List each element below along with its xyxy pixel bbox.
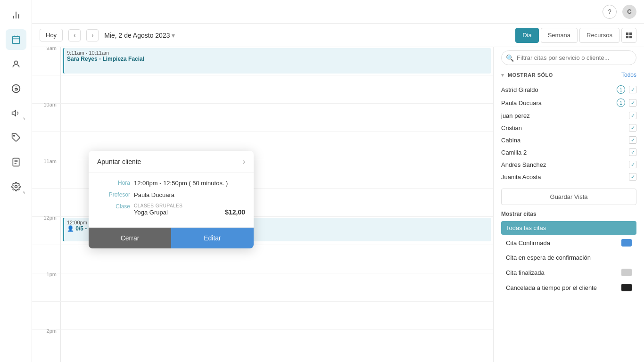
resource-checkbox[interactable]: ✓ xyxy=(629,124,636,132)
sidebar-item-calendar[interactable] xyxy=(6,29,26,50)
sidebar-item-tags[interactable] xyxy=(6,127,26,148)
sidebar-item-marketing[interactable]: › xyxy=(6,103,26,123)
resource-checkbox[interactable]: ✓ xyxy=(629,99,636,107)
resource-checkbox[interactable]: ✓ xyxy=(629,173,636,181)
sidebar-item-reports[interactable] xyxy=(6,152,26,173)
sidebar-item-payments[interactable] xyxy=(6,78,26,99)
popup-clase-label: Clase xyxy=(97,203,130,210)
resource-name: Andres Sanchez xyxy=(501,161,629,168)
popup-clase-name: Yoga Grupal xyxy=(134,209,168,216)
event-title: Sara Reyes - Limpieza Facial xyxy=(67,56,488,62)
resource-name: Juanita Acosta xyxy=(501,173,629,181)
cita-label: Cita Confirmada xyxy=(506,239,550,247)
popup-profesor-label: Profesor xyxy=(97,191,130,198)
time-row-230 xyxy=(32,358,493,362)
cita-finalizada[interactable]: Cita finalizada xyxy=(501,265,636,280)
cita-label: Cita finalizada xyxy=(506,269,545,276)
resource-name: Astrid Giraldo xyxy=(501,86,617,93)
popup-buttons: Cerrar Editar xyxy=(89,227,254,248)
appoint-client-row[interactable]: Apuntar cliente › xyxy=(89,151,254,173)
resource-checkbox[interactable]: ✓ xyxy=(629,148,636,156)
resource-checkbox[interactable]: ✓ xyxy=(629,112,636,119)
search-icon: 🔍 xyxy=(506,54,514,62)
appoint-client-label: Apuntar cliente xyxy=(97,158,141,165)
time-label-11am: 11am xyxy=(32,156,60,188)
popup-close-button[interactable]: Cerrar xyxy=(89,228,171,248)
date-title[interactable]: Mie, 2 de Agosto 2023 ▾ xyxy=(104,32,175,39)
time-label-9am: 9am xyxy=(32,47,60,75)
svg-point-4 xyxy=(14,61,17,64)
resource-juanita-acosta: Juanita Acosta ✓ xyxy=(501,171,636,183)
popup-price: $12,00 xyxy=(225,208,245,216)
svg-rect-13 xyxy=(626,32,628,34)
sidebar-item-clients[interactable] xyxy=(6,54,26,74)
svg-rect-15 xyxy=(626,35,628,38)
resource-juan-perez: juan perez ✓ xyxy=(501,109,636,122)
view-dia-button[interactable]: Dia xyxy=(515,28,539,43)
time-label-2pm: 2pm xyxy=(32,326,60,358)
calendar-grid: 9am 9:11am - 10:11am Sara Reyes - Limpie… xyxy=(32,47,493,362)
time-row-10am: 10am xyxy=(32,104,493,132)
save-view-button[interactable]: Guardar Vista xyxy=(501,189,636,205)
popup-profesor-row: Profesor Paula Ducuara xyxy=(97,191,245,198)
time-label-12pm: 12pm xyxy=(32,213,60,245)
resource-andres-sanchez: Andres Sanchez ✓ xyxy=(501,158,636,171)
citas-list: Todas las citas Cita Confirmada Cita en … xyxy=(501,221,636,295)
resource-cabina: Cabina ✓ xyxy=(501,134,636,146)
cita-dot-gray xyxy=(621,269,632,276)
resource-camilla-2: Camilla 2 ✓ xyxy=(501,146,636,158)
time-row-1230 xyxy=(32,245,493,273)
resource-checkbox[interactable]: ✓ xyxy=(629,136,636,144)
resource-name: juan perez xyxy=(501,112,629,119)
cita-label: Cita en espera de confirmación xyxy=(506,254,591,261)
grid-view-button[interactable] xyxy=(621,28,636,43)
sidebar-item-settings[interactable]: › xyxy=(6,176,26,197)
popup-profesor-value: Paula Ducuara xyxy=(134,191,174,198)
popup-clase-row: Clase CLASES GRUPALES Yoga Grupal $12,00 xyxy=(97,203,245,216)
resource-cristian: Cristian ✓ xyxy=(501,122,636,134)
time-label-1pm: 1pm xyxy=(32,270,60,301)
time-slot-9am[interactable]: 9:11am - 10:11am Sara Reyes - Limpieza F… xyxy=(60,47,493,75)
popup-edit-button[interactable]: Editar xyxy=(171,228,254,248)
cita-label: Cancelada a tiempo por el cliente xyxy=(506,284,597,291)
todos-button[interactable]: Todos xyxy=(621,72,636,78)
cita-label: Todas las citas xyxy=(506,224,546,231)
event-time: 9:11am - 10:11am xyxy=(67,50,488,56)
calendar-header: Hoy ‹ › Mie, 2 de Agosto 2023 ▾ Dia Sema… xyxy=(32,24,644,47)
svg-rect-16 xyxy=(629,35,632,38)
resource-checkbox[interactable]: ✓ xyxy=(629,86,636,93)
user-button[interactable]: C xyxy=(622,5,636,19)
view-semana-button[interactable]: Semana xyxy=(541,28,578,43)
resource-checkbox[interactable]: ✓ xyxy=(629,161,636,168)
help-button[interactable]: ? xyxy=(603,5,617,19)
mostrar-citas-title: Mostrar citas xyxy=(501,211,636,217)
right-panel: ▼ 🔍 ▾ MOSTRAR SÓLO Todos Astrid Giraldo … xyxy=(493,24,644,362)
search-input[interactable] xyxy=(501,50,636,65)
cita-todas[interactable]: Todas las citas xyxy=(501,221,636,235)
topbar: ? C xyxy=(32,0,644,24)
cita-confirmada[interactable]: Cita Confirmada xyxy=(501,236,636,250)
appointment-popup: Apuntar cliente › Hora 12:00pm - 12:50pm… xyxy=(89,151,254,248)
time-row-930 xyxy=(32,75,493,104)
view-recursos-button[interactable]: Recursos xyxy=(579,28,619,43)
time-row-130 xyxy=(32,302,493,330)
popup-hora-row: Hora 12:00pm - 12:50pm ( 50 minutos. ) xyxy=(97,180,245,187)
cita-dot-black xyxy=(621,284,632,291)
resource-name: Cristian xyxy=(501,124,629,132)
svg-point-12 xyxy=(15,186,17,188)
event-sara-reyes[interactable]: 9:11am - 10:11am Sara Reyes - Limpieza F… xyxy=(63,48,491,74)
next-button[interactable]: › xyxy=(86,29,99,41)
resource-name: Cabina xyxy=(501,137,629,144)
today-button[interactable]: Hoy xyxy=(40,29,63,41)
prev-button[interactable]: ‹ xyxy=(68,29,81,41)
cita-dot-blue xyxy=(621,239,632,247)
popup-clase-type: CLASES GRUPALES xyxy=(134,203,245,208)
cita-cancelada[interactable]: Cancelada a tiempo por el cliente xyxy=(501,280,636,295)
time-label-10am: 10am xyxy=(32,100,60,132)
appoint-client-arrow: › xyxy=(243,157,245,166)
resource-badge: 1 xyxy=(617,85,625,94)
sidebar-item-chart[interactable] xyxy=(6,5,26,25)
svg-rect-0 xyxy=(12,36,19,43)
cita-espera[interactable]: Cita en espera de confirmación xyxy=(501,251,636,264)
popup-hora-label: Hora xyxy=(97,180,130,187)
